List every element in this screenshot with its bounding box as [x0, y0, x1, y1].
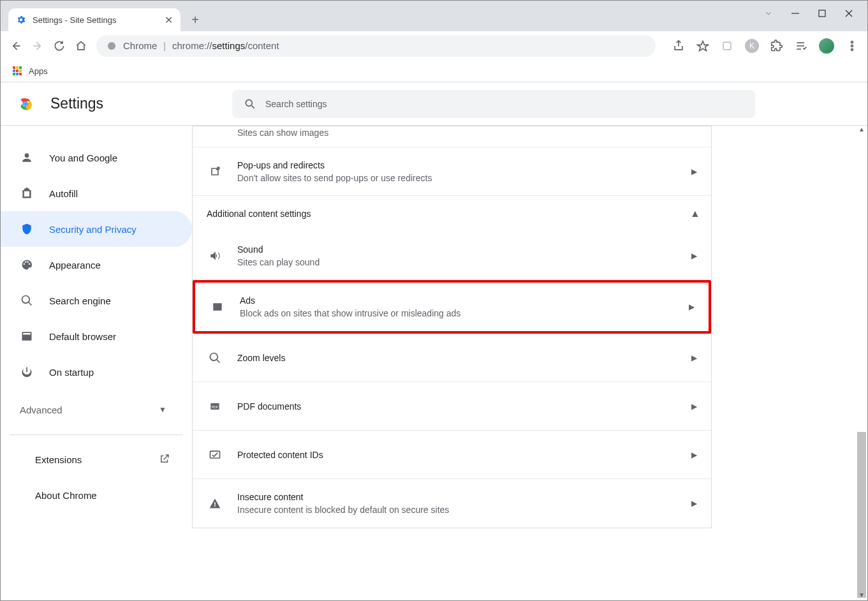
toolbar-actions: K	[672, 38, 858, 54]
setting-row-insecure-content[interactable]: Insecure content Insecure content is blo…	[193, 479, 711, 528]
svg-marker-7	[698, 41, 709, 50]
minimize-icon[interactable]	[791, 9, 800, 18]
sidebar-item-about-chrome[interactable]: About Chrome	[1, 477, 192, 513]
sidebar-item-autofill[interactable]: Autofill	[1, 175, 192, 211]
search-settings-placeholder: Search settings	[265, 99, 327, 109]
home-button[interactable]	[75, 40, 87, 52]
svg-point-6	[108, 42, 115, 50]
setting-title: Insecure content	[237, 492, 449, 502]
setting-row-popups[interactable]: Pop-ups and redirects Don't allow sites …	[193, 147, 711, 196]
svg-rect-25	[210, 451, 220, 458]
chevron-right-icon: ▶	[691, 499, 697, 508]
gear-icon	[16, 15, 26, 25]
extensions-label: Extensions	[35, 454, 82, 465]
chrome-logo-icon	[17, 96, 34, 112]
svg-rect-8	[723, 42, 731, 50]
chevron-down-icon[interactable]	[764, 9, 773, 18]
share-icon[interactable]	[672, 40, 685, 52]
bookmarks-apps-label[interactable]: Apps	[29, 66, 48, 76]
setting-row-zoom-levels[interactable]: Zoom levels ▶	[193, 334, 711, 382]
setting-row-images-partial[interactable]: Sites can show images	[193, 126, 711, 147]
sidebar-item-on-startup[interactable]: On startup	[1, 354, 192, 390]
site-info-icon[interactable]	[107, 41, 117, 51]
power-icon	[20, 365, 34, 379]
reload-button[interactable]	[53, 40, 66, 52]
setting-title: Ads	[240, 295, 460, 306]
setting-row-ads[interactable]: Ads Block ads on sites that show intrusi…	[195, 283, 709, 331]
profile-letter-icon[interactable]: K	[745, 39, 759, 53]
chevron-right-icon: ▶	[689, 302, 695, 311]
clipboard-icon	[20, 186, 34, 200]
sidebar-item-you-and-google[interactable]: You and Google	[1, 140, 192, 175]
additional-content-settings-header[interactable]: Additional content settings ▶	[193, 196, 711, 232]
svg-text:PDF: PDF	[212, 404, 218, 408]
chevron-right-icon: ▶	[691, 353, 697, 362]
sidebar-item-search-engine[interactable]: Search engine	[1, 283, 192, 318]
sidebar-item-default-browser[interactable]: Default browser	[1, 318, 192, 354]
apps-icon[interactable]	[12, 66, 22, 77]
settings-content-area: Sites can show images Pop-ups and redire…	[192, 126, 867, 600]
setting-row-protected-content[interactable]: Protected content IDs ▶	[193, 431, 711, 479]
chrome-menu-icon[interactable]	[846, 40, 858, 52]
sidebar-item-security-privacy[interactable]: Security and Privacy	[1, 211, 192, 247]
scroll-down-arrow-icon[interactable]: ▼	[857, 591, 866, 600]
section-title: Additional content settings	[207, 209, 311, 219]
chevron-up-icon: ▶	[690, 211, 699, 217]
svg-rect-1	[819, 10, 825, 17]
warning-icon	[207, 497, 223, 510]
setting-row-sound[interactable]: Sound Sites can play sound ▶	[193, 232, 711, 280]
svg-point-12	[851, 41, 853, 43]
person-icon	[20, 151, 34, 165]
protected-content-icon	[207, 449, 223, 461]
advanced-label: Advanced	[20, 404, 63, 415]
divider	[10, 434, 183, 435]
search-settings-input[interactable]: Search settings	[232, 90, 755, 118]
back-button[interactable]	[10, 40, 22, 52]
shopping-icon[interactable]	[721, 40, 733, 52]
setting-row-pdf-documents[interactable]: PDF PDF documents ▶	[193, 382, 711, 431]
zoom-icon	[207, 352, 223, 364]
highlighted-ads-row: Ads Block ads on sites that show intrusi…	[193, 280, 711, 334]
omnibox-scheme-label: Chrome	[123, 40, 157, 51]
svg-point-13	[851, 45, 853, 47]
bookmark-star-icon[interactable]	[696, 40, 709, 52]
chevron-right-icon: ▶	[691, 450, 697, 459]
setting-title: Sound	[237, 244, 320, 255]
browser-tab[interactable]: Settings - Site Settings ✕	[8, 8, 180, 31]
extensions-icon[interactable]	[770, 40, 783, 52]
pdf-icon: PDF	[207, 400, 223, 413]
setting-title: Zoom levels	[237, 353, 285, 363]
maximize-icon[interactable]	[818, 9, 827, 18]
sidebar-item-label: Search engine	[49, 295, 111, 306]
new-tab-button[interactable]: +	[189, 14, 201, 26]
chevron-right-icon: ▶	[691, 251, 697, 260]
close-window-icon[interactable]	[844, 9, 853, 18]
svg-point-18	[24, 102, 27, 105]
setting-title: PDF documents	[237, 401, 301, 412]
svg-line-20	[252, 105, 254, 108]
settings-sidebar: You and Google Autofill Security and Pri…	[1, 126, 192, 600]
setting-subtitle: Block ads on sites that show intrusive o…	[240, 308, 460, 318]
sidebar-advanced-toggle[interactable]: Advanced ▼	[1, 394, 192, 426]
reading-list-icon[interactable]	[795, 40, 807, 52]
sidebar-item-label: Autofill	[49, 188, 78, 199]
scrollbar-thumb[interactable]	[857, 432, 866, 598]
setting-subtitle: Insecure content is blocked by default o…	[237, 505, 449, 515]
svg-point-14	[851, 48, 853, 50]
avatar[interactable]	[819, 38, 834, 54]
address-bar[interactable]: Chrome | chrome://settings/content	[96, 35, 656, 57]
ads-icon	[209, 300, 226, 313]
search-icon	[20, 293, 34, 308]
close-tab-icon[interactable]: ✕	[165, 14, 173, 26]
sidebar-item-appearance[interactable]: Appearance	[1, 247, 192, 283]
sidebar-item-extensions[interactable]: Extensions	[1, 441, 192, 477]
setting-subtitle: Don't allow sites to send pop-ups or use…	[237, 173, 432, 183]
setting-subtitle: Sites can show images	[237, 128, 697, 138]
tab-title: Settings - Site Settings	[33, 15, 117, 25]
chevron-right-icon: ▶	[691, 402, 697, 411]
palette-icon	[20, 258, 34, 272]
vertical-scrollbar[interactable]: ▲ ▼	[857, 126, 866, 600]
sidebar-item-label: You and Google	[49, 152, 117, 163]
sound-icon	[207, 249, 223, 262]
forward-button[interactable]	[31, 40, 44, 52]
